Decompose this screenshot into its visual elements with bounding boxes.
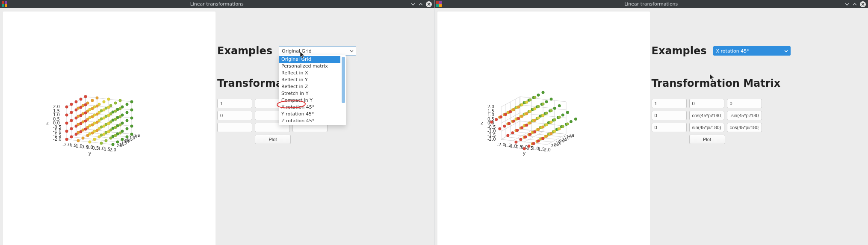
svg-point-168 — [80, 98, 83, 101]
svg-point-275 — [506, 134, 509, 137]
svg-point-187 — [84, 103, 87, 106]
chevron-down-icon — [350, 48, 354, 54]
dropdown-item[interactable]: Original Grid — [279, 56, 340, 63]
svg-point-142 — [75, 109, 78, 112]
chevron-down-icon — [784, 48, 788, 54]
svg-point-352 — [520, 103, 523, 106]
svg-point-188 — [84, 95, 87, 98]
svg-point-313 — [532, 142, 535, 145]
svg-rect-192 — [439, 4, 442, 7]
svg-point-155 — [91, 124, 94, 127]
matrix-cell-2-0[interactable] — [652, 123, 687, 132]
svg-point-184 — [84, 128, 87, 131]
svg-text:y: y — [89, 151, 92, 156]
svg-point-153 — [103, 100, 106, 103]
dropdown-scrollbar[interactable] — [342, 57, 345, 103]
svg-point-335 — [545, 112, 548, 115]
svg-point-351 — [520, 115, 523, 118]
svg-point-135 — [126, 127, 129, 130]
svg-point-169 — [119, 132, 122, 135]
svg-point-64 — [112, 143, 115, 146]
window-title: Linear transformations — [0, 1, 434, 7]
matrix-cell-0-2[interactable] — [727, 99, 762, 108]
maximize-button[interactable] — [418, 2, 423, 7]
examples-combobox[interactable]: Original Grid — [279, 46, 356, 56]
dropdown-item[interactable]: Reflect in X — [279, 70, 340, 77]
svg-point-370 — [533, 107, 536, 110]
matrix-cell-1-0[interactable] — [217, 111, 252, 120]
matrix-cell-1-1[interactable] — [689, 111, 724, 120]
svg-text:z: z — [46, 120, 49, 126]
svg-point-176 — [107, 114, 110, 117]
combobox-value: X rotation 45° — [716, 48, 749, 54]
matrix-cell-1-0[interactable] — [652, 111, 687, 120]
svg-rect-3 — [5, 4, 7, 7]
svg-point-340 — [537, 117, 540, 120]
svg-point-180 — [96, 121, 99, 124]
plot-button[interactable]: Plot — [689, 135, 725, 144]
plot-button[interactable]: Plot — [255, 135, 291, 144]
matrix-cell-2-0[interactable] — [217, 123, 252, 132]
svg-text:y: y — [523, 151, 526, 156]
dropdown-item[interactable]: Reflect in Z — [279, 83, 340, 90]
dropdown-item[interactable]: Personalized matrix — [279, 63, 340, 70]
matrix-cell-2-2[interactable] — [727, 123, 762, 132]
svg-text:2.0: 2.0 — [109, 148, 116, 152]
svg-point-341 — [537, 105, 540, 108]
svg-point-166 — [80, 114, 83, 117]
svg-point-331 — [508, 122, 511, 125]
svg-point-146 — [114, 118, 117, 121]
svg-point-329 — [553, 118, 556, 121]
svg-point-114 — [70, 136, 73, 139]
combobox-value: Original Grid — [282, 48, 312, 54]
svg-point-165 — [80, 122, 83, 125]
matrix-cell-2-1[interactable] — [689, 123, 724, 132]
svg-point-143 — [75, 100, 78, 103]
close-button[interactable] — [860, 1, 866, 7]
svg-point-172 — [119, 107, 122, 110]
svg-point-288 — [527, 145, 530, 148]
svg-point-141 — [75, 117, 78, 120]
matrix-cell-1-2[interactable] — [727, 111, 762, 120]
svg-point-365 — [541, 114, 544, 117]
dropdown-item[interactable]: Y rotation 45° — [279, 111, 340, 118]
matrix-cell-0-1[interactable] — [689, 99, 724, 108]
dropdown-item[interactable]: Compact in Y — [279, 97, 340, 104]
svg-point-147 — [114, 110, 117, 113]
svg-point-160 — [130, 125, 133, 128]
minimize-button[interactable] — [410, 2, 416, 7]
svg-point-109 — [121, 138, 124, 141]
plot-3d-rotated: 2.01.51.00.50.0-0.5-1.0-1.5-2.0z-2.0-1.5… — [472, 63, 608, 178]
svg-point-89 — [65, 138, 68, 141]
svg-point-116 — [70, 119, 73, 122]
examples-label: Examples — [652, 45, 707, 57]
dropdown-item[interactable]: Stretch in Y — [279, 90, 340, 97]
examples-combobox[interactable]: X rotation 45° — [713, 46, 791, 56]
svg-text:2.0: 2.0 — [544, 148, 551, 152]
close-button[interactable] — [426, 1, 432, 7]
dropdown-item[interactable]: X rotation 45° — [279, 104, 340, 111]
maximize-button[interactable] — [852, 2, 857, 7]
dropdown-item[interactable]: Reflect in Y — [279, 77, 340, 83]
svg-point-117 — [70, 111, 73, 114]
svg-point-263 — [523, 147, 526, 150]
dropdown-item[interactable]: Z rotation 45° — [279, 118, 340, 124]
svg-point-138 — [126, 103, 129, 106]
svg-point-144 — [114, 134, 117, 137]
svg-point-175 — [107, 122, 110, 125]
svg-point-334 — [545, 123, 548, 126]
app-icon — [2, 1, 8, 7]
window-title: Linear transformations — [434, 1, 868, 7]
minimize-button[interactable] — [844, 2, 850, 7]
svg-point-167 — [80, 106, 83, 109]
svg-point-74 — [89, 141, 92, 144]
svg-point-149 — [103, 133, 106, 136]
matrix-cell-0-0[interactable] — [652, 99, 687, 108]
svg-point-355 — [558, 104, 561, 107]
matrix-label: Transformation Matrix — [652, 77, 865, 89]
svg-point-104 — [82, 137, 85, 140]
svg-point-367 — [541, 91, 544, 94]
matrix-cell-0-0[interactable] — [217, 99, 252, 108]
svg-point-186 — [84, 112, 87, 115]
svg-point-69 — [100, 142, 103, 145]
